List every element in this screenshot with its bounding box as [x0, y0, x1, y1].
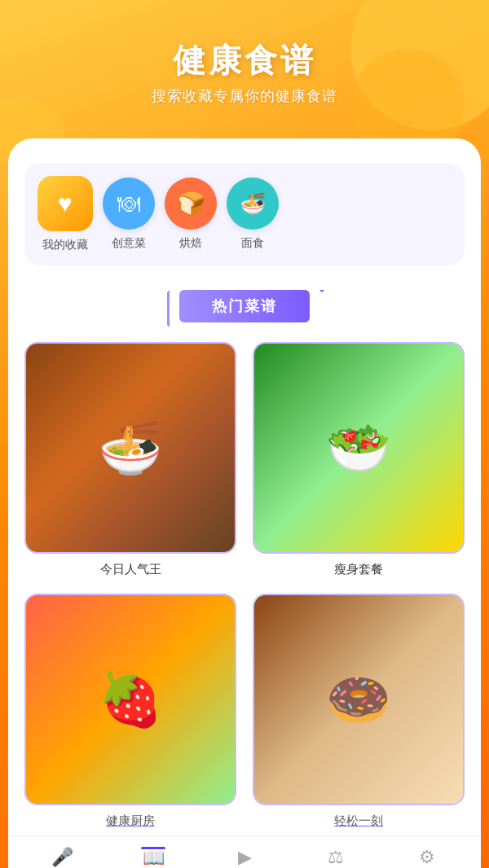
- food-grid: 今日人气王 瘦身套餐 健康厨房 轻松一刻: [24, 342, 465, 829]
- nav-player[interactable]: ▶ 播放器: [199, 847, 290, 868]
- noodle-icon: 🍜: [240, 191, 266, 217]
- food-image-3: [26, 595, 235, 804]
- heart-icon: ♥: [58, 190, 73, 217]
- creative-icon-wrap: 🍽: [103, 178, 155, 230]
- category-favorites[interactable]: ♥ 我的收藏: [37, 176, 93, 252]
- app-title: 健康食谱: [16, 41, 473, 80]
- section-title: 热门菜谱: [179, 290, 310, 322]
- food-image-1: [26, 344, 235, 552]
- main-card: ♥ 我的收藏 🍽 创意菜 🍞 烘焙 🍜 面食 热门菜谱: [8, 138, 481, 868]
- nav-settings[interactable]: ⚙ 设置: [381, 847, 473, 868]
- noodles-label: 面食: [241, 236, 264, 251]
- food-item-popular[interactable]: 今日人气王: [24, 342, 236, 577]
- baking-icon-wrap: 🍞: [165, 178, 217, 230]
- food-img-relax: [253, 594, 465, 805]
- category-noodles[interactable]: 🍜 面食: [227, 178, 279, 251]
- food-label-kitchen: 健康厨房: [106, 813, 155, 829]
- food-label-popular: 今日人气王: [100, 562, 161, 577]
- header: 健康食谱 搜索收藏专属你的健康食谱: [0, 0, 489, 122]
- noodles-icon-wrap: 🍜: [227, 178, 279, 230]
- bottom-nav: 🎤 变声器 📖 菜谱 ▶ 播放器 ⚖ 减肥 ⚙ 设置: [8, 835, 481, 868]
- app-subtitle: 搜索收藏专属你的健康食谱: [16, 86, 473, 106]
- recipe-icon: 📖: [143, 848, 165, 869]
- food-item-slim[interactable]: 瘦身套餐: [253, 342, 465, 577]
- settings-icon: ⚙: [419, 847, 435, 868]
- food-img-slim: [253, 342, 465, 554]
- diet-icon: ⚖: [328, 847, 344, 868]
- category-creative[interactable]: 🍽 创意菜: [103, 178, 155, 251]
- nav-diet[interactable]: ⚖ 减肥: [290, 847, 381, 868]
- dish-icon: 🍽: [117, 191, 140, 217]
- category-baking[interactable]: 🍞 烘焙: [165, 178, 217, 251]
- food-label-slim: 瘦身套餐: [334, 562, 383, 577]
- food-label-relax: 轻松一刻: [334, 813, 383, 829]
- food-image-2: [254, 344, 463, 552]
- food-image-4: [254, 595, 463, 804]
- player-icon: ▶: [238, 847, 252, 868]
- favorites-label: 我的收藏: [42, 238, 88, 252]
- nav-voice[interactable]: 🎤 变声器: [16, 847, 108, 868]
- food-img-popular: [24, 342, 236, 554]
- category-row: ♥ 我的收藏 🍽 创意菜 🍞 烘焙 🍜 面食: [24, 163, 465, 265]
- section-banner: 热门菜谱: [24, 290, 465, 322]
- food-item-relax[interactable]: 轻松一刻: [253, 594, 465, 829]
- favorites-icon-wrap: ♥: [37, 176, 93, 231]
- nav-recipe[interactable]: 📖 菜谱: [108, 847, 199, 869]
- baking-label: 烘焙: [179, 236, 202, 251]
- food-img-kitchen: [24, 594, 236, 805]
- voice-icon: 🎤: [51, 847, 73, 868]
- creative-label: 创意菜: [112, 236, 146, 251]
- food-item-kitchen[interactable]: 健康厨房: [24, 594, 236, 829]
- bread-icon: 🍞: [177, 191, 205, 217]
